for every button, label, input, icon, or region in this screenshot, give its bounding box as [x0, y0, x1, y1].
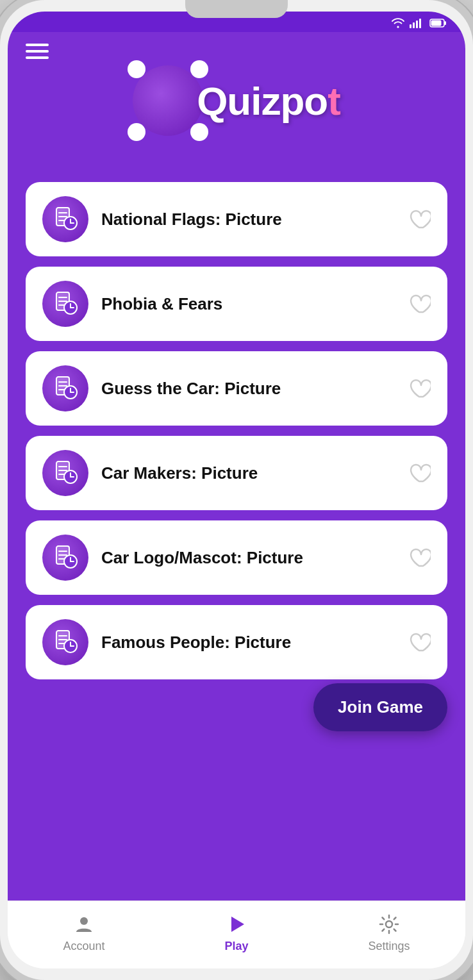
status-icons — [391, 18, 447, 28]
signal-icon — [409, 18, 422, 28]
quiz-card-icon — [42, 365, 88, 411]
svg-rect-1 — [413, 22, 415, 28]
heart-icon[interactable] — [408, 292, 431, 315]
quiz-card-name: Phobia & Fears — [101, 294, 395, 314]
heart-icon[interactable] — [408, 461, 431, 485]
logo-arm-bl — [128, 123, 145, 141]
logo-area: Quizpot — [26, 65, 447, 136]
logo-arm-br — [190, 123, 208, 141]
settings-icon — [378, 913, 401, 936]
quiz-card-3[interactable]: Guess the Car: Picture — [26, 351, 447, 426]
quiz-card-icon — [42, 619, 88, 665]
svg-rect-2 — [416, 21, 418, 28]
bottom-nav: Account Play Settings — [8, 901, 465, 968]
quiz-card-name: Famous People: Picture — [101, 633, 395, 652]
quiz-card-name: Guess the Car: Picture — [101, 379, 395, 399]
quiz-card-6[interactable]: Famous People: Picture — [26, 605, 447, 679]
heart-icon[interactable] — [408, 208, 431, 231]
quiz-card-5[interactable]: Car Logo/Mascot: Picture — [26, 520, 447, 595]
heart-icon[interactable] — [408, 546, 431, 569]
quiz-card-name: National Flags: Picture — [101, 210, 395, 229]
nav-item-settings[interactable]: Settings — [351, 913, 427, 953]
logo-text: Quizpot — [197, 78, 340, 124]
quiz-card-icon — [42, 535, 88, 581]
nav-label-play: Play — [224, 940, 248, 953]
nav-label-account: Account — [63, 940, 104, 953]
hamburger-button[interactable] — [26, 44, 49, 59]
quiz-card-1[interactable]: National Flags: Picture — [26, 182, 447, 256]
svg-marker-50 — [231, 917, 244, 932]
svg-point-51 — [386, 921, 392, 927]
quiz-card-name: Car Makers: Picture — [101, 463, 395, 483]
logo-arm-tl — [128, 60, 145, 78]
quiz-card-icon — [42, 281, 88, 327]
quiz-card-2[interactable]: Phobia & Fears — [26, 267, 447, 341]
app-name: Quizpot — [197, 78, 340, 124]
svg-rect-3 — [419, 19, 421, 28]
svg-rect-0 — [410, 24, 411, 28]
phone-frame: Quizpot National Flags: Pict — [0, 0, 473, 980]
svg-point-49 — [80, 917, 88, 925]
account-icon — [72, 913, 95, 936]
phone-notch — [185, 0, 288, 18]
play-icon — [225, 913, 248, 936]
nav-item-play[interactable]: Play — [198, 913, 275, 953]
hero-section: Quizpot — [8, 32, 465, 170]
nav-label-settings: Settings — [368, 940, 410, 953]
quiz-card-icon — [42, 450, 88, 496]
app-name-accent: t — [328, 79, 340, 123]
nav-item-account[interactable]: Account — [46, 913, 122, 953]
join-game-button[interactable]: Join Game — [313, 683, 447, 731]
quiz-card-icon — [42, 196, 88, 242]
logo-circle — [133, 65, 203, 136]
quiz-card-name: Car Logo/Mascot: Picture — [101, 548, 395, 568]
quiz-card-4[interactable]: Car Makers: Picture — [26, 436, 447, 510]
svg-rect-6 — [431, 21, 442, 26]
heart-icon[interactable] — [408, 631, 431, 654]
phone-screen: Quizpot National Flags: Pict — [8, 12, 465, 968]
logo-arm-tr — [190, 60, 208, 78]
wifi-icon — [391, 18, 405, 28]
svg-rect-5 — [444, 21, 446, 25]
battery-icon — [429, 18, 447, 28]
quiz-list: National Flags: Picture Phobia & Fears — [8, 170, 465, 901]
heart-icon[interactable] — [408, 377, 431, 400]
logo-container: Quizpot — [133, 65, 340, 136]
